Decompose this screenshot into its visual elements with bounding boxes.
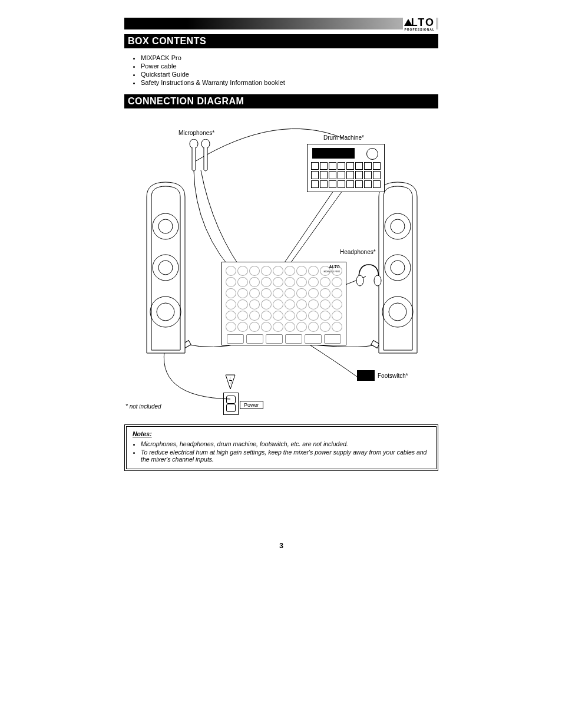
label-footswitch: Footswitch* bbox=[378, 373, 408, 379]
label-headphones: Headphones* bbox=[340, 249, 376, 255]
headphones-icon bbox=[354, 262, 384, 288]
svg-point-14 bbox=[190, 139, 198, 149]
power-outlet-icon bbox=[223, 393, 239, 415]
drum-machine-icon bbox=[307, 144, 385, 192]
list-item: Safety Instructions & Warranty Informati… bbox=[141, 79, 438, 86]
section-box-contents: BOX CONTENTS bbox=[124, 34, 438, 48]
lightning-icon bbox=[224, 374, 236, 389]
mixer-icon: ALTO MIXPACK PRO bbox=[222, 262, 346, 345]
page-number: 3 bbox=[124, 542, 438, 550]
list-item: Microphones, headphones, drum machine, f… bbox=[141, 440, 430, 447]
box-contents-list: MIXPACK Pro Power cable Quickstart Guide… bbox=[141, 54, 438, 86]
label-power: Power bbox=[240, 401, 263, 409]
notes-title: Notes: bbox=[133, 430, 152, 437]
svg-point-15 bbox=[201, 139, 210, 149]
not-included-note: * not included bbox=[125, 403, 161, 410]
notes-list: Microphones, headphones, drum machine, f… bbox=[141, 440, 430, 463]
label-microphones: Microphones* bbox=[178, 130, 214, 136]
list-item: Quickstart Guide bbox=[141, 71, 438, 78]
label-drum: Drum Machine* bbox=[323, 134, 364, 141]
brand-sub: PROFESSIONAL bbox=[404, 28, 435, 31]
microphone-icon bbox=[189, 139, 199, 174]
list-item: Power cable bbox=[141, 62, 438, 70]
header-bar: LTO PROFESSIONAL bbox=[124, 18, 438, 29]
svg-point-17 bbox=[374, 275, 381, 286]
microphone-icon bbox=[201, 139, 210, 174]
notes-box: Notes: Microphones, headphones, drum mac… bbox=[124, 424, 438, 471]
brand-name: LTO bbox=[411, 17, 435, 28]
connection-diagram: Microphones* Drum Machine* Speaker Speak… bbox=[124, 114, 438, 421]
speaker-left-icon bbox=[141, 179, 191, 356]
list-item: MIXPACK Pro bbox=[141, 54, 438, 61]
svg-point-16 bbox=[356, 275, 363, 286]
brand-logo: LTO PROFESSIONAL bbox=[403, 17, 436, 31]
section-connection-diagram: CONNECTION DIAGRAM bbox=[124, 94, 438, 108]
footswitch-icon bbox=[357, 370, 375, 381]
list-item: To reduce electrical hum at high gain se… bbox=[141, 449, 430, 463]
